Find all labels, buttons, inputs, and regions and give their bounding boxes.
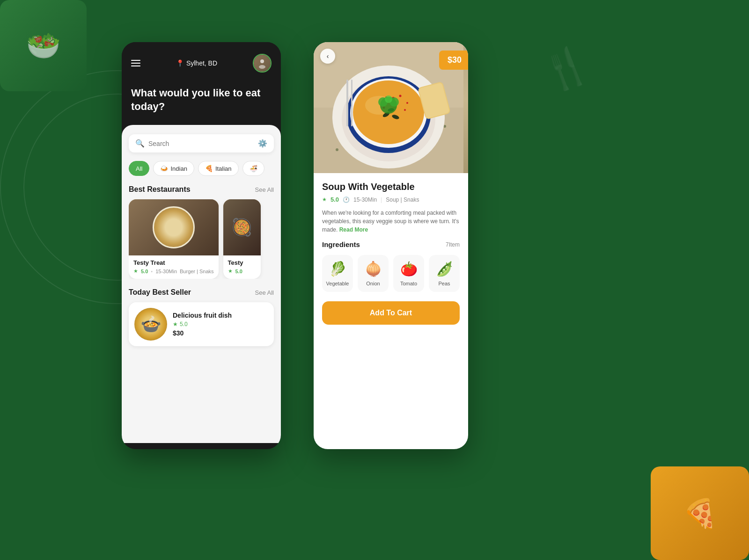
- search-icon: 🔍: [135, 139, 145, 148]
- time-1: 15-30Min: [155, 269, 177, 274]
- vegetable-icon: 🥬: [329, 261, 346, 277]
- bestseller-header: Today Best Seller See All: [129, 288, 274, 297]
- phone-header: 📍 Sylhet, BD: [122, 42, 281, 82]
- restaurant-cards-list: Testy Treat ★ 5.0 • 15-30Min Burger | Sn…: [129, 199, 274, 279]
- restaurant-info-2: Testy ★ 5.0: [223, 255, 261, 279]
- tab-indian[interactable]: 🍛 Indian: [153, 161, 194, 176]
- clock-icon: 🕐: [343, 196, 350, 203]
- location-area: 📍 Sylhet, BD: [176, 59, 217, 67]
- best-restaurants-header: Best Restaurants See All: [129, 185, 274, 194]
- vegetable-label: Vegetable: [326, 281, 349, 286]
- detail-hero-image: ‹ $30: [314, 42, 468, 173]
- greeting-text: What would you like to eat today?: [131, 87, 272, 113]
- bestseller-name: Delicious fruit dish: [173, 312, 268, 319]
- filter-icon[interactable]: ⚙️: [258, 139, 267, 148]
- tab-italian[interactable]: 🍕 Italian: [198, 161, 239, 176]
- ingredient-peas: 🫛 Peas: [429, 255, 460, 292]
- svg-rect-31: [351, 80, 352, 126]
- phone-content: 🔍 ⚙️ All 🍛 Indian 🍕 Italian 🍜 Best Resta…: [122, 125, 281, 443]
- search-input[interactable]: [148, 140, 258, 147]
- star-icon-2: ★: [228, 268, 233, 274]
- bestseller-image: 🍲: [134, 308, 167, 341]
- best-restaurants-see-all[interactable]: See All: [255, 186, 274, 193]
- detail-title: Soup With Vegetable: [322, 182, 460, 192]
- tab-indian-label: Indian: [170, 165, 187, 172]
- ingredients-header: Ingredients 7Item: [322, 240, 460, 248]
- location-pin-icon: 📍: [176, 59, 184, 67]
- ingredients-grid: 🥬 Vegetable 🧅 Onion 🍅 Tomato 🫛 Peas: [322, 255, 460, 292]
- read-more-link[interactable]: Read More: [339, 226, 368, 233]
- ingredient-onion: 🧅 Onion: [358, 255, 389, 292]
- restaurant-name-1: Testy Treat: [133, 259, 214, 266]
- category-tabs: All 🍛 Indian 🍕 Italian 🍜: [129, 161, 274, 176]
- best-restaurants-title: Best Restaurants: [129, 185, 191, 194]
- bestseller-rating: ★ 5.0: [173, 321, 268, 327]
- add-to-cart-button[interactable]: Add To Cart: [322, 301, 460, 325]
- ingredient-vegetable: 🥬 Vegetable: [322, 255, 353, 292]
- star-icon-1: ★: [133, 268, 138, 274]
- tab-all[interactable]: All: [129, 161, 149, 176]
- svg-point-1: [259, 65, 265, 69]
- tab-indian-icon: 🍛: [160, 165, 168, 172]
- bestseller-price: $30: [173, 329, 268, 337]
- location-text: Sylhet, BD: [186, 59, 217, 67]
- tab-italian-label: Italian: [215, 165, 232, 172]
- tab-more[interactable]: 🍜: [242, 161, 264, 176]
- search-bar[interactable]: 🔍 ⚙️: [129, 134, 274, 153]
- salad-visual: [153, 206, 195, 248]
- tab-italian-icon: 🍕: [205, 165, 213, 172]
- onion-icon: 🧅: [365, 261, 382, 277]
- svg-rect-30: [346, 80, 348, 126]
- right-detail-card: ‹ $30 Soup With Vegetable ★ 5.0 🕐 15-30M…: [314, 42, 468, 449]
- svg-point-27: [385, 95, 392, 103]
- bestseller-item[interactable]: 🍲 Delicious fruit dish ★ 5.0 $30: [129, 302, 274, 346]
- tab-all-label: All: [136, 165, 142, 172]
- tab-more-icon: 🍜: [250, 165, 257, 172]
- onion-label: Onion: [366, 281, 380, 286]
- restaurant-info-1: Testy Treat ★ 5.0 • 15-30Min Burger | Sn…: [129, 255, 219, 279]
- svg-point-20: [404, 109, 406, 111]
- back-icon: ‹: [327, 52, 329, 60]
- detail-time: 15-30Min: [353, 196, 377, 203]
- left-phone-card: 📍 Sylhet, BD What would you like to eat …: [122, 42, 281, 449]
- restaurant-name-2: Testy: [228, 259, 256, 266]
- hamburger-menu-icon[interactable]: [131, 60, 140, 66]
- restaurant-card-2[interactable]: 🥘 Testy ★ 5.0: [223, 199, 261, 279]
- rating-1: 5.0: [141, 269, 148, 274]
- restaurant-meta-2: ★ 5.0: [228, 268, 256, 274]
- corner-food-top-left: 🥗: [0, 0, 87, 91]
- svg-point-18: [406, 102, 408, 104]
- bestseller-title: Today Best Seller: [129, 288, 191, 297]
- corner-food-bottom-right: 🍕: [651, 466, 749, 560]
- peas-label: Peas: [438, 281, 450, 286]
- star-detail-icon: ★: [322, 196, 327, 203]
- user-avatar[interactable]: [253, 54, 272, 73]
- bestseller-see-all[interactable]: See All: [255, 289, 274, 296]
- tomato-icon: 🍅: [400, 261, 418, 277]
- restaurant-card-1[interactable]: Testy Treat ★ 5.0 • 15-30Min Burger | Sn…: [129, 199, 219, 279]
- back-button[interactable]: ‹: [320, 49, 335, 64]
- ingredients-count: 7Item: [446, 241, 460, 248]
- ingredient-tomato: 🍅 Tomato: [393, 255, 424, 292]
- detail-body: Soup With Vegetable ★ 5.0 🕐 15-30Min | S…: [314, 173, 468, 292]
- star-icon-bestseller: ★: [173, 321, 178, 327]
- ingredients-title: Ingredients: [322, 240, 360, 248]
- restaurant-image-2: 🥘: [223, 199, 261, 255]
- greeting-section: What would you like to eat today?: [122, 82, 281, 125]
- detail-meta: ★ 5.0 🕐 15-30Min | Soup | Snaks: [322, 196, 460, 203]
- bestseller-rating-value: 5.0: [180, 321, 188, 327]
- restaurant-meta-1: ★ 5.0 • 15-30Min Burger | Snaks: [133, 268, 214, 274]
- price-badge: $30: [439, 51, 468, 70]
- detail-category: Soup | Snaks: [386, 196, 419, 203]
- tomato-label: Tomato: [400, 281, 417, 286]
- bestseller-info: Delicious fruit dish ★ 5.0 $30: [173, 312, 268, 337]
- svg-point-16: [399, 95, 402, 97]
- detail-description: When we're looking for a comforting meal…: [322, 209, 460, 234]
- rating-2: 5.0: [235, 269, 242, 274]
- detail-rating: 5.0: [330, 196, 339, 203]
- tags-1: Burger | Snaks: [180, 269, 214, 274]
- svg-point-0: [260, 59, 264, 63]
- restaurant-image-1: [129, 199, 219, 255]
- peas-icon: 🫛: [436, 261, 453, 277]
- bg-fork-icon: 🍴: [537, 40, 596, 98]
